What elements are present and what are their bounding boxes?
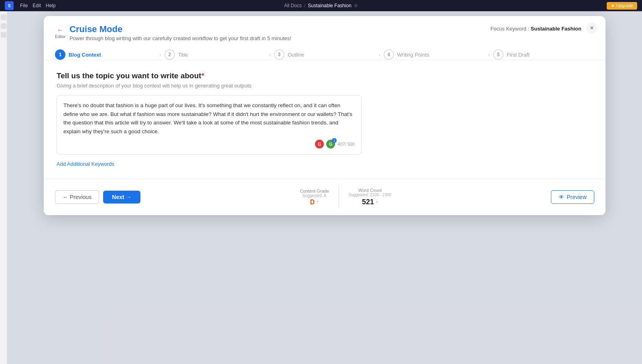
g2-badge: 2 <box>332 138 337 143</box>
top-bar-menu: File Edit Help <box>20 3 56 8</box>
section-title-text: Tell us the topic you want to write abou… <box>57 71 201 80</box>
grammarly-g-label: G <box>318 142 321 146</box>
word-count-value: 521 ↑ <box>349 198 392 206</box>
section-description: Giving a brief description of your blog … <box>57 83 593 89</box>
char-count: 407/ 500 <box>337 142 355 146</box>
footer-nav: ← Previous Next → <box>55 190 140 204</box>
step-5-label: First Draft <box>507 52 530 58</box>
breadcrumb-separator: / <box>304 3 305 8</box>
step-4-circle: 4 <box>384 49 394 60</box>
star-icon: ★ <box>611 3 615 8</box>
word-count-label: Word Count <box>349 188 392 193</box>
cruise-mode-modal: ← Editor Cruise Mode Power through blog … <box>44 16 605 215</box>
breadcrumb-options-icon[interactable]: ⚙ <box>354 3 358 8</box>
eye-icon: 👁 <box>559 194 564 200</box>
step-chevron-4: › <box>488 51 490 58</box>
focus-keyword: Focus Keyword : Sustainable Fashion <box>490 26 581 32</box>
preview-button[interactable]: 👁 Preview <box>551 190 594 204</box>
g2-icon-wrapper: G 2 <box>326 140 335 148</box>
left-sidebar <box>0 11 7 364</box>
previous-button[interactable]: ← Previous <box>55 190 99 204</box>
step-5-circle: 5 <box>493 49 504 60</box>
upgrade-button[interactable]: ★ Upgrade <box>607 2 637 10</box>
upgrade-label: Upgrade <box>616 3 633 8</box>
top-bar-right: ★ Upgrade <box>607 2 637 10</box>
step-3[interactable]: 3 Outline <box>274 49 375 60</box>
word-count-number: 521 <box>362 198 374 206</box>
content-grade-label: Content Grade <box>300 189 329 193</box>
sidebar-item <box>1 23 6 29</box>
add-keywords-link[interactable]: Add Additional Keywords <box>57 161 114 167</box>
app-logo: S <box>5 1 14 10</box>
section-title: Tell us the topic you want to write abou… <box>57 71 593 80</box>
modal-title: Cruise Mode <box>69 24 291 35</box>
focus-keyword-label: Focus Keyword : <box>490 26 529 32</box>
step-2-circle: 2 <box>165 49 175 60</box>
menu-help[interactable]: Help <box>46 3 56 8</box>
step-chevron-2: › <box>269 51 271 58</box>
focus-keyword-value: Sustainable Fashion <box>531 26 581 32</box>
context-input-wrapper: G G 2 407/ 500 <box>57 95 362 155</box>
word-count-block: Word Count Suggested: 2100 - 2300 521 ↑ <box>339 185 401 209</box>
modal-body: Tell us the topic you want to write abou… <box>44 60 605 179</box>
grade-arrow-up-icon: ↑ <box>316 199 319 205</box>
step-2[interactable]: 2 Title <box>165 49 266 60</box>
modal-overlay: ← Editor Cruise Mode Power through blog … <box>7 11 642 364</box>
step-1-label: Blog Context <box>69 52 101 58</box>
back-arrow-icon: ← <box>57 26 63 34</box>
step-chevron-3: › <box>378 51 380 58</box>
back-button[interactable]: ← Editor <box>55 26 65 39</box>
content-grade-suggested: Suggested: A <box>300 193 329 198</box>
menu-edit[interactable]: Edit <box>33 3 41 8</box>
step-5[interactable]: 5 First Draft <box>493 49 594 60</box>
modal-footer: ← Previous Next → Content Grade Suggeste… <box>44 179 605 215</box>
modal-header-top: ← Editor Cruise Mode Power through blog … <box>55 24 594 41</box>
modal-title-wrapper: Cruise Mode Power through blog writing w… <box>69 24 291 41</box>
breadcrumb-home[interactable]: All Docs <box>284 3 302 8</box>
word-count-suggested: Suggested: 2100 - 2300 <box>349 193 392 197</box>
breadcrumb-current: Sustainable Fashion <box>308 3 351 8</box>
sidebar-item <box>1 14 6 20</box>
content-grade-block: Content Grade Suggested: A D ↑ <box>290 186 338 208</box>
step-1-circle: 1 <box>55 49 65 60</box>
step-2-label: Title <box>178 52 188 58</box>
content-grade-value: D ↑ <box>300 199 329 206</box>
preview-label: Preview <box>567 194 587 200</box>
step-3-label: Outline <box>288 52 304 58</box>
word-count-arrow-up-icon: ↑ <box>376 199 378 205</box>
footer-stats: Content Grade Suggested: A D ↑ Word Coun… <box>290 185 401 209</box>
modal-header: ← Editor Cruise Mode Power through blog … <box>44 16 605 60</box>
modal-title-section: ← Editor Cruise Mode Power through blog … <box>55 24 291 41</box>
textarea-footer: G G 2 407/ 500 <box>63 140 355 148</box>
close-button[interactable]: × <box>586 22 597 34</box>
menu-file[interactable]: File <box>20 3 28 8</box>
step-chevron-1: › <box>159 51 161 58</box>
grade-letter: D <box>310 199 315 206</box>
modal-subtitle: Power through blog writing with our care… <box>69 35 291 41</box>
step-3-circle: 3 <box>274 49 284 60</box>
step-bar: 1 Blog Context › 2 Title › 3 Outline › 4… <box>55 44 594 60</box>
top-bar-left: S File Edit Help <box>5 1 56 10</box>
step-4[interactable]: 4 Writing Points <box>384 49 485 60</box>
required-marker: * <box>201 71 204 80</box>
breadcrumb: All Docs / Sustainable Fashion ⚙ <box>284 3 358 8</box>
sidebar-item <box>1 32 6 38</box>
step-4-label: Writing Points <box>397 52 429 58</box>
g2-label: G <box>329 142 333 146</box>
top-bar: S File Edit Help All Docs / Sustainable … <box>0 0 642 11</box>
context-textarea[interactable] <box>63 101 355 136</box>
step-1[interactable]: 1 Blog Context <box>55 49 156 60</box>
back-label: Editor <box>55 35 65 39</box>
grammarly-icon[interactable]: G <box>315 140 324 148</box>
next-button[interactable]: Next → <box>103 191 140 203</box>
